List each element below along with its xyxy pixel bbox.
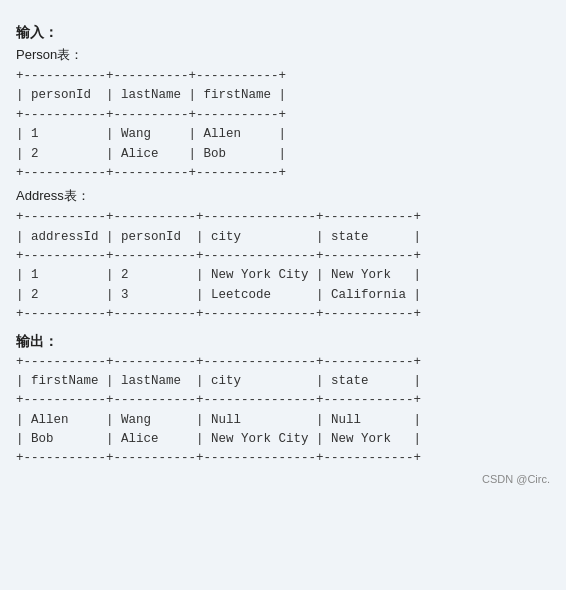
person-table: +-----------+----------+-----------+ | p… bbox=[16, 67, 550, 183]
output-label: 输出： bbox=[16, 333, 550, 351]
address-table: +-----------+-----------+---------------… bbox=[16, 208, 550, 324]
address-table-label: Address表： bbox=[16, 187, 550, 205]
person-table-label: Person表： bbox=[16, 46, 550, 64]
watermark: CSDN @Circ. bbox=[16, 473, 550, 485]
input-label: 输入： bbox=[16, 24, 550, 42]
output-table: +-----------+-----------+---------------… bbox=[16, 353, 550, 469]
